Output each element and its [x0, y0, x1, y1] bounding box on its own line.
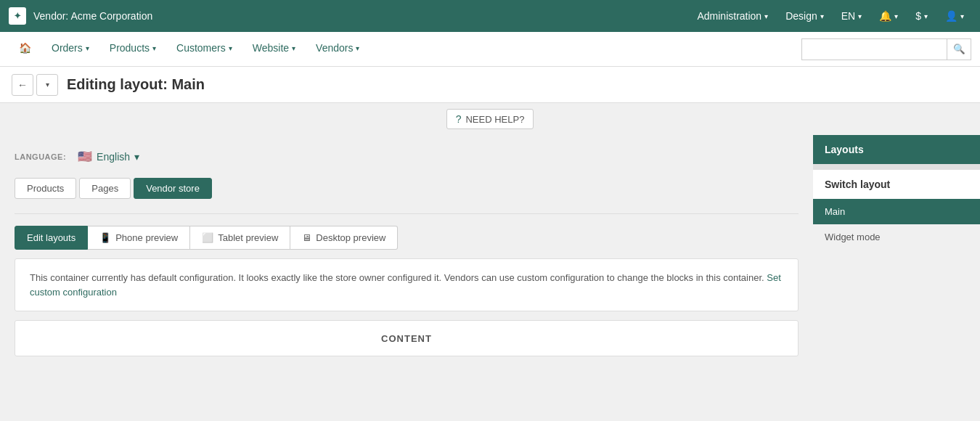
page-title: Editing layout: Main	[67, 76, 205, 93]
search-area: 🔍	[801, 38, 971, 60]
brand-icon: ✦	[9, 7, 26, 25]
layout-main[interactable]: Main	[813, 199, 980, 224]
tab-tablet-preview[interactable]: ⬜ Tablet preview	[190, 226, 290, 250]
user-link[interactable]: 👤 ▾	[938, 6, 971, 26]
tab-phone-preview[interactable]: 📱 Phone preview	[88, 226, 190, 250]
language-selector[interactable]: 🇺🇸 English ▾	[78, 150, 139, 163]
help-bar: ? NEED HELP?	[0, 103, 980, 135]
top-navigation: ✦ Vendor: Acme Corporation Administratio…	[0, 0, 980, 32]
page-header: ← ▾ Editing layout: Main	[0, 67, 980, 103]
language-link[interactable]: EN ▾	[834, 6, 869, 26]
divider	[15, 213, 799, 214]
tab-pages[interactable]: Pages	[79, 178, 131, 199]
language-caret: ▾	[134, 151, 139, 163]
customers-caret: ▾	[229, 44, 232, 52]
orders-link[interactable]: Orders ▾	[41, 32, 99, 67]
products-link[interactable]: Products ▾	[99, 32, 166, 67]
help-tooltip[interactable]: ? NEED HELP?	[446, 109, 534, 129]
tab-vendor-store[interactable]: Vendor store	[134, 178, 212, 199]
tablet-icon: ⬜	[202, 232, 213, 243]
preview-tabs: Edit layouts 📱 Phone preview ⬜ Tablet pr…	[15, 226, 799, 250]
switch-layout-header: Switch layout	[813, 170, 980, 199]
help-label: NEED HELP?	[465, 114, 524, 125]
search-input[interactable]	[801, 38, 947, 60]
back-button[interactable]: ←	[12, 74, 33, 96]
sidebar-divider	[813, 164, 980, 170]
tab-products[interactable]: Products	[15, 178, 76, 199]
design-caret: ▾	[820, 12, 824, 20]
phone-preview-label: Phone preview	[115, 232, 178, 243]
user-caret: ▾	[960, 12, 964, 20]
tab-edit-layouts[interactable]: Edit layouts	[15, 226, 88, 250]
vendor-name: Vendor: Acme Corporation	[33, 10, 690, 22]
header-dropdown-button[interactable]: ▾	[36, 74, 58, 96]
second-navigation: 🏠 Orders ▾ Products ▾ Customers ▾ Websit…	[0, 32, 980, 67]
right-sidebar: Layouts Switch layout Main Widget mode	[813, 135, 980, 421]
top-nav-right: Administration ▾ Design ▾ EN ▾ 🔔 ▾ $ ▾ 👤…	[690, 6, 971, 26]
language-caret: ▾	[858, 12, 862, 20]
language-row: LANGUAGE: 🇺🇸 English ▾	[15, 150, 799, 163]
main-wrapper: LANGUAGE: 🇺🇸 English ▾ Products Pages Ve…	[0, 135, 980, 421]
main-tabs: Products Pages Vendor store	[15, 178, 799, 199]
desktop-preview-label: Desktop preview	[316, 232, 385, 243]
vendors-link[interactable]: Vendors ▾	[306, 32, 369, 67]
set-custom-config-link[interactable]: Set custom configuration	[30, 272, 781, 298]
search-icon: 🔍	[953, 44, 965, 54]
language-value: English	[97, 151, 130, 163]
design-link[interactable]: Design ▾	[778, 6, 831, 26]
language-flag: 🇺🇸	[78, 150, 92, 163]
edit-layouts-label: Edit layouts	[27, 232, 75, 243]
brand-letter: ✦	[14, 11, 21, 21]
language-label: LANGUAGE:	[15, 152, 66, 161]
notifications-link[interactable]: 🔔 ▾	[872, 6, 905, 26]
alert-text: This container currently has default con…	[30, 271, 783, 299]
orders-caret: ▾	[86, 44, 89, 52]
desktop-icon: 🖥	[302, 232, 311, 243]
alert-box: This container currently has default con…	[15, 258, 799, 311]
content-label: CONTENT	[381, 333, 432, 344]
home-icon: 🏠	[19, 42, 31, 54]
notifications-caret: ▾	[894, 12, 898, 20]
website-caret: ▾	[292, 44, 295, 52]
content-block: CONTENT	[15, 320, 799, 356]
phone-icon: 📱	[99, 232, 111, 243]
help-icon: ?	[456, 113, 462, 125]
back-icon: ←	[17, 79, 28, 91]
administration-caret: ▾	[764, 12, 768, 20]
currency-link[interactable]: $ ▾	[908, 6, 935, 26]
search-button[interactable]: 🔍	[947, 38, 971, 60]
website-link[interactable]: Website ▾	[242, 32, 306, 67]
content-area: LANGUAGE: 🇺🇸 English ▾ Products Pages Ve…	[0, 135, 813, 421]
tab-desktop-preview[interactable]: 🖥 Desktop preview	[290, 226, 398, 250]
layout-widget-mode[interactable]: Widget mode	[813, 224, 980, 250]
tablet-preview-label: Tablet preview	[218, 232, 278, 243]
vendors-caret: ▾	[356, 44, 359, 52]
customers-link[interactable]: Customers ▾	[166, 32, 242, 67]
currency-caret: ▾	[924, 12, 928, 20]
dropdown-icon: ▾	[46, 81, 49, 89]
products-caret: ▾	[152, 44, 156, 52]
layouts-header: Layouts	[813, 135, 980, 164]
administration-link[interactable]: Administration ▾	[690, 6, 775, 26]
home-link[interactable]: 🏠	[9, 32, 41, 67]
